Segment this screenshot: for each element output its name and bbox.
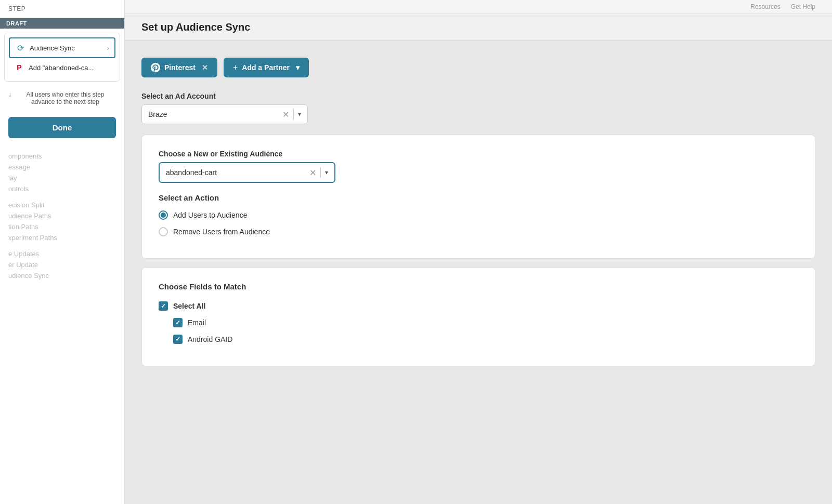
sidebar-components: omponents essage lay ontrols ecision Spl…	[0, 144, 124, 293]
audience-select[interactable]: abandoned-cart ✕ ▾	[159, 162, 335, 183]
sidebar-item-add-abandoned[interactable]: P Add "abandoned-ca...	[9, 58, 115, 77]
sidebar-item-delay[interactable]: lay	[8, 173, 116, 183]
sidebar-item-user-update[interactable]: er Update	[8, 259, 116, 270]
sidebar-section-updates: e Updates er Update udience Sync	[8, 248, 116, 281]
done-button[interactable]: Done	[8, 117, 116, 138]
sidebar-item-label-2: Add "abandoned-ca...	[29, 64, 94, 72]
audience-select-divider	[320, 167, 321, 178]
action-section: Select an Action Add Users to Audience R…	[159, 193, 798, 236]
audience-card-label: Choose a New or Existing Audience	[159, 150, 798, 158]
resources-link[interactable]: Resources	[750, 3, 780, 10]
audience-clear-icon[interactable]: ✕	[309, 168, 316, 178]
advance-text-container: ↓ All users who enter this step advance …	[0, 86, 124, 111]
audience-select-value: abandoned-cart	[166, 168, 309, 177]
add-users-label: Add Users to Audience	[173, 211, 247, 219]
sidebar-item-audience-sync-menu[interactable]: udience Sync	[8, 270, 116, 281]
sidebar-item-decision-split[interactable]: ecision Split	[8, 200, 116, 210]
sidebar-section-decision: ecision Split udience Paths tion Paths x…	[8, 200, 116, 243]
sidebar-items-container: ⟳ Audience Sync › P Add "abandoned-ca...	[4, 33, 120, 82]
top-bar: Resources Get Help	[125, 0, 832, 14]
remove-users-radio[interactable]	[159, 227, 168, 236]
audience-chevron-icon[interactable]: ▾	[325, 169, 328, 176]
chevron-right-icon: ›	[107, 44, 109, 52]
sidebar-item-controls[interactable]: ontrols	[8, 183, 116, 194]
select-all-label: Select All	[173, 302, 206, 310]
sidebar-item-ce-updates: e Updates	[8, 248, 116, 259]
main-header: Set up Audience Sync	[125, 14, 832, 41]
action-title: Select an Action	[159, 193, 798, 202]
sidebar-section-components: omponents essage lay ontrols	[8, 151, 116, 194]
remove-users-option[interactable]: Remove Users from Audience	[159, 227, 798, 236]
sidebar-item-audience-paths[interactable]: udience Paths	[8, 210, 116, 221]
email-checkbox[interactable]	[173, 318, 183, 327]
pinterest-logo-icon	[151, 63, 160, 72]
select-all-checkbox[interactable]	[159, 301, 168, 311]
android-gaid-option[interactable]: Android GAID	[173, 335, 798, 344]
sidebar-item-label: Audience Sync	[30, 44, 75, 52]
step-label: Step	[8, 5, 25, 12]
plus-icon: +	[233, 63, 238, 72]
ad-account-chevron-icon[interactable]: ▾	[298, 111, 301, 118]
ad-account-value: Braze	[148, 110, 282, 118]
partner-row: Pinterest ✕ + Add a Partner ▾	[141, 58, 815, 77]
add-users-radio[interactable]	[159, 210, 168, 220]
add-partner-label: Add a Partner	[242, 63, 290, 72]
pinterest-button[interactable]: Pinterest ✕	[141, 58, 217, 77]
sidebar-item-omponents: omponents	[8, 151, 116, 162]
ad-account-select[interactable]: Braze ✕ ▾	[141, 104, 308, 124]
advance-text: All users who enter this step advance to…	[15, 91, 116, 105]
fields-card-title: Choose Fields to Match	[159, 282, 798, 291]
ad-account-section: Select an Ad Account Braze ✕ ▾	[141, 92, 815, 124]
down-arrow-icon: ↓	[8, 91, 11, 98]
pinterest-button-label: Pinterest	[164, 63, 196, 72]
draft-badge: DRAFT	[0, 18, 124, 29]
step-header: Step	[0, 0, 124, 18]
page-title: Set up Audience Sync	[141, 21, 815, 33]
sidebar-item-experiment-paths[interactable]: xperiment Paths	[8, 232, 116, 243]
pinterest-remove-icon[interactable]: ✕	[202, 63, 208, 72]
select-divider	[293, 109, 294, 120]
add-partner-chevron-icon: ▾	[296, 63, 300, 72]
remove-users-label: Remove Users from Audience	[173, 228, 270, 236]
main-body: Pinterest ✕ + Add a Partner ▾ Select an …	[125, 41, 832, 391]
add-partner-button[interactable]: + Add a Partner ▾	[224, 58, 309, 77]
pinterest-small-icon: P	[14, 62, 24, 73]
sidebar-item-audience-sync[interactable]: ⟳ Audience Sync ›	[9, 37, 115, 58]
email-label: Email	[188, 319, 206, 327]
add-users-option[interactable]: Add Users to Audience	[159, 210, 798, 220]
android-gaid-checkbox[interactable]	[173, 335, 183, 344]
sidebar-item-action-paths[interactable]: tion Paths	[8, 221, 116, 232]
android-gaid-label: Android GAID	[188, 335, 232, 343]
sidebar-item-message[interactable]: essage	[8, 162, 116, 173]
fields-card: Choose Fields to Match Select All Email …	[141, 267, 815, 366]
get-help-link[interactable]: Get Help	[791, 3, 815, 10]
select-all-option[interactable]: Select All	[159, 301, 798, 311]
audience-card: Choose a New or Existing Audience abando…	[141, 135, 815, 259]
email-option[interactable]: Email	[173, 318, 798, 327]
ad-account-label: Select an Ad Account	[141, 92, 815, 100]
main-content: Resources Get Help Set up Audience Sync …	[125, 0, 832, 504]
sync-icon: ⟳	[15, 43, 25, 53]
sidebar: Step DRAFT ⟳ Audience Sync › P Add "aban…	[0, 0, 125, 504]
ad-account-clear-icon[interactable]: ✕	[282, 110, 289, 120]
